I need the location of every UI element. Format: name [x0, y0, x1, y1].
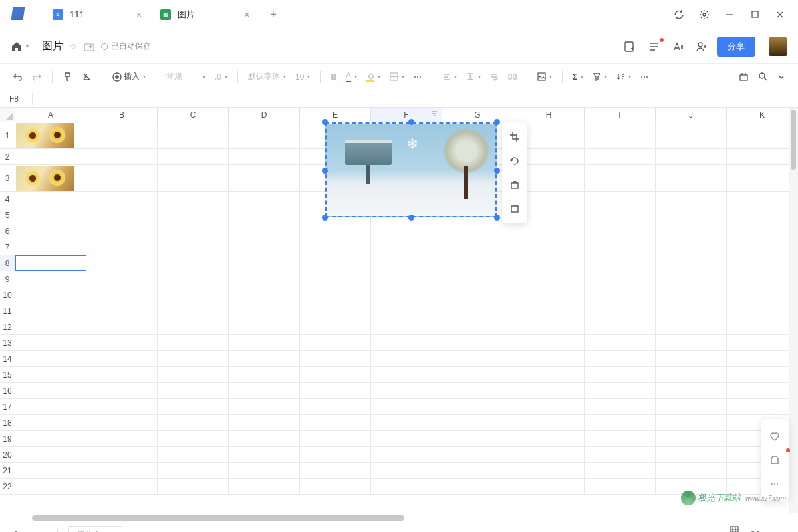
cell-G8[interactable] [442, 255, 513, 271]
cell-I15[interactable] [585, 367, 656, 382]
cell-B9[interactable] [86, 271, 158, 287]
cell-I22[interactable] [585, 479, 656, 494]
cell-E17[interactable] [300, 399, 371, 414]
wrap-button[interactable] [487, 70, 502, 84]
number-format-select[interactable]: 常规▾ [163, 68, 209, 85]
cell-G19[interactable] [442, 431, 513, 446]
cell-C16[interactable] [158, 383, 229, 398]
cell-C4[interactable] [158, 192, 229, 207]
row-header-21[interactable]: 21 [0, 463, 15, 478]
cell-I19[interactable] [585, 431, 656, 446]
align-v-button[interactable]: ▾ [463, 70, 484, 84]
row-header-4[interactable]: 4 [0, 192, 15, 207]
cell-I11[interactable] [585, 303, 656, 319]
cell-C14[interactable] [158, 351, 229, 366]
cell-G10[interactable] [442, 287, 513, 303]
cell-K14[interactable] [727, 351, 798, 366]
cell-J17[interactable] [656, 399, 727, 414]
cell-B7[interactable] [86, 239, 158, 255]
cell-E22[interactable] [300, 479, 371, 494]
cell-J1[interactable] [656, 122, 727, 148]
cell-K15[interactable] [727, 367, 798, 382]
cell-J12[interactable] [656, 319, 727, 334]
column-header-K[interactable]: K [727, 108, 798, 122]
cell-D15[interactable] [229, 367, 300, 382]
bold-button[interactable]: B [327, 70, 340, 84]
cell-A6[interactable] [15, 223, 86, 239]
cell-C3[interactable] [158, 165, 229, 191]
cell-B6[interactable] [86, 223, 158, 239]
settings-icon[interactable] [693, 5, 716, 25]
resize-handle-bl[interactable] [322, 215, 328, 221]
cell-K10[interactable] [727, 287, 798, 303]
cell-E6[interactable] [300, 223, 371, 239]
vertical-scrollbar[interactable] [789, 108, 798, 513]
row-header-13[interactable]: 13 [0, 335, 15, 350]
cell-F18[interactable] [371, 415, 442, 430]
freeze-button[interactable] [735, 69, 752, 84]
fullscreen-button[interactable] [748, 528, 763, 533]
close-icon[interactable]: × [136, 9, 142, 20]
cell-F19[interactable] [371, 431, 442, 446]
sheet-tab[interactable]: 工作表1▾ [68, 526, 122, 533]
row-header-1[interactable]: 1 [0, 122, 15, 148]
cell-F17[interactable] [371, 399, 442, 414]
cell-J7[interactable] [656, 239, 727, 255]
collapse-toolbar-button[interactable] [774, 70, 789, 84]
column-header-D[interactable]: D [229, 108, 300, 122]
cell-I5[interactable] [585, 207, 656, 223]
home-button[interactable]: ▾ [11, 41, 29, 53]
resize-handle-ml[interactable] [322, 168, 328, 174]
selected-image[interactable]: ❄ [325, 122, 497, 217]
user-avatar[interactable] [769, 37, 787, 56]
cell-D22[interactable] [229, 479, 300, 494]
cell-D12[interactable] [229, 319, 300, 334]
cell-H13[interactable] [513, 335, 585, 350]
cell-B20[interactable] [86, 447, 158, 462]
cell-G13[interactable] [442, 335, 513, 350]
cell-B8[interactable] [86, 255, 158, 271]
cell-A13[interactable] [15, 335, 86, 350]
cell-C10[interactable] [158, 287, 229, 303]
cell-A12[interactable] [15, 319, 86, 334]
cell-J21[interactable] [656, 463, 727, 478]
cell-J11[interactable] [656, 303, 727, 319]
cell-I17[interactable] [585, 399, 656, 414]
column-header-A[interactable]: A [15, 108, 86, 122]
cell-A2[interactable] [15, 149, 86, 164]
cell-A14[interactable] [15, 351, 86, 366]
cell-C1[interactable] [158, 122, 229, 148]
cell-J3[interactable] [656, 165, 727, 191]
maximize-button[interactable] [743, 5, 766, 25]
cell-J13[interactable] [656, 335, 727, 350]
cell-A20[interactable] [15, 447, 86, 462]
cell-B5[interactable] [86, 207, 158, 223]
cell-G14[interactable] [442, 351, 513, 366]
cell-K7[interactable] [727, 239, 798, 255]
cell-I9[interactable] [585, 271, 656, 287]
cell-A8[interactable] [15, 255, 86, 271]
cell-C7[interactable] [158, 239, 229, 255]
cell-D3[interactable] [229, 165, 300, 191]
row-header-10[interactable]: 10 [0, 287, 15, 303]
cell-B18[interactable] [86, 415, 158, 430]
cell-C2[interactable] [158, 149, 229, 164]
decimal-button[interactable]: .0▾ [211, 70, 231, 84]
cell-I14[interactable] [585, 351, 656, 366]
crop-button[interactable] [502, 126, 527, 148]
cell-D10[interactable] [229, 287, 300, 303]
cell-J18[interactable] [656, 415, 727, 430]
cell-I21[interactable] [585, 463, 656, 478]
cell-A4[interactable] [15, 192, 86, 207]
row-header-16[interactable]: 16 [0, 383, 15, 398]
cell-K12[interactable] [727, 319, 798, 334]
sheet-list-button[interactable] [31, 527, 47, 533]
cell-B21[interactable] [86, 463, 158, 478]
filter-icon[interactable] [431, 110, 438, 117]
cell-E7[interactable] [300, 239, 371, 255]
cell-B13[interactable] [86, 335, 158, 350]
column-header-C[interactable]: C [158, 108, 229, 122]
cell-D21[interactable] [229, 463, 300, 478]
resize-handle-bm[interactable] [408, 215, 414, 221]
cell-I18[interactable] [585, 415, 656, 430]
